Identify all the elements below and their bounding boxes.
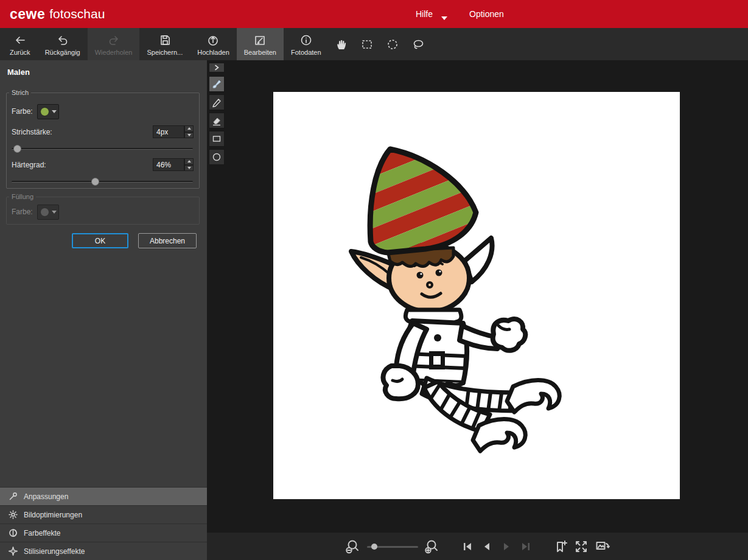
menu-hilfe[interactable]: Hilfe bbox=[416, 9, 433, 19]
back-icon bbox=[13, 33, 27, 47]
stroke-width-slider-thumb[interactable] bbox=[13, 145, 21, 153]
edit-icon bbox=[253, 33, 267, 47]
photodata-button[interactable]: Fotodaten bbox=[284, 28, 329, 60]
stroke-width-up-button[interactable] bbox=[184, 125, 194, 132]
last-image-button bbox=[519, 540, 533, 553]
adjustments-icon bbox=[9, 492, 18, 501]
sidebar-item-bildoptimierungen[interactable]: Bildoptimierungen bbox=[0, 505, 207, 523]
fill-group: Füllung Farbe: bbox=[6, 193, 200, 225]
rect-select-icon bbox=[360, 38, 374, 51]
main-toolbar: Zurück Rückgängig Wiederholen Speichern.… bbox=[0, 28, 748, 60]
brush-tool-button[interactable] bbox=[209, 76, 225, 92]
hardness-spinner[interactable]: 46% bbox=[153, 158, 194, 171]
save-button[interactable]: Speichern... bbox=[139, 28, 190, 60]
save-label: Speichern... bbox=[147, 49, 183, 56]
sidebar-item-label: Anpassungen bbox=[24, 492, 68, 501]
expand-palette-button[interactable] bbox=[209, 63, 225, 72]
fullscreen-button[interactable] bbox=[574, 539, 589, 554]
upload-button[interactable]: Hochladen bbox=[190, 28, 237, 60]
left-sidebar: Malen Strich Farbe: Strichstärke: 4px Hä… bbox=[0, 60, 207, 560]
upload-label: Hochladen bbox=[197, 49, 229, 56]
sidebar-item-stilisierungseffekte[interactable]: Stilisierungseffekte bbox=[0, 542, 207, 560]
eraser-tool-button[interactable] bbox=[209, 113, 225, 128]
ok-button[interactable]: OK bbox=[72, 233, 128, 248]
ellipse-select-tool-button[interactable] bbox=[380, 28, 405, 60]
stroke-width-value[interactable]: 4px bbox=[153, 125, 184, 138]
stroke-color-swatch[interactable] bbox=[37, 104, 59, 119]
header-menu: Hilfe Optionen bbox=[416, 0, 504, 28]
sidebar-item-label: Bildoptimierungen bbox=[24, 511, 82, 519]
undo-icon bbox=[56, 33, 69, 47]
brush-icon bbox=[211, 79, 222, 89]
eraser-icon bbox=[211, 115, 222, 126]
panel-title: Malen bbox=[7, 68, 30, 77]
back-label: Zurück bbox=[10, 49, 30, 56]
undo-button[interactable]: Rückgängig bbox=[38, 28, 88, 60]
hardness-slider-track[interactable] bbox=[12, 181, 193, 183]
sidebar-sections: Anpassungen Bildoptimierungen Farbeffekt… bbox=[0, 487, 207, 560]
hardness-slider-thumb[interactable] bbox=[91, 178, 99, 186]
pencil-tool-button[interactable] bbox=[209, 94, 225, 110]
ellipse-tool-button[interactable] bbox=[209, 149, 225, 165]
edit-label: Bearbeiten bbox=[244, 49, 276, 56]
stroke-color-label: Farbe: bbox=[12, 107, 33, 116]
edit-button[interactable]: Bearbeiten bbox=[237, 28, 284, 60]
sidebar-item-label: Farbeffekte bbox=[24, 529, 60, 537]
lasso-tool-button[interactable] bbox=[405, 28, 431, 60]
menu-optionen[interactable]: Optionen bbox=[469, 9, 504, 19]
up-arrow-icon bbox=[187, 127, 191, 130]
hardness-down-button[interactable] bbox=[184, 165, 194, 172]
down-arrow-icon bbox=[187, 167, 191, 169]
zoom-slider-thumb[interactable] bbox=[371, 544, 377, 550]
hardness-label: Härtegrad: bbox=[12, 161, 46, 169]
image-optimization-icon bbox=[9, 510, 18, 519]
sidebar-item-label: Stilisierungseffekte bbox=[24, 547, 85, 556]
ellipse-select-icon bbox=[386, 38, 399, 51]
photodata-label: Fotodaten bbox=[291, 49, 321, 56]
stroke-width-label: Strichstärke: bbox=[12, 128, 52, 136]
fill-color-label: Farbe: bbox=[12, 208, 33, 216]
stroke-width-slider[interactable] bbox=[12, 145, 193, 153]
elf-drawing bbox=[334, 141, 571, 463]
next-image-button bbox=[500, 540, 513, 553]
title-bar: cewe fotoschau Hilfe Optionen bbox=[0, 0, 748, 28]
swatch-caret-icon bbox=[52, 211, 57, 214]
stroke-color-dot bbox=[40, 107, 49, 116]
stroke-group: Strich Farbe: Strichstärke: 4px Härtegra… bbox=[6, 89, 200, 189]
hand-tool-button[interactable] bbox=[329, 28, 354, 60]
sidebar-item-anpassungen[interactable]: Anpassungen bbox=[0, 487, 207, 505]
add-bookmark-button[interactable] bbox=[553, 539, 568, 554]
save-icon bbox=[158, 33, 172, 47]
sidebar-item-farbeffekte[interactable]: Farbeffekte bbox=[0, 523, 207, 542]
hardness-up-button[interactable] bbox=[184, 158, 194, 165]
app-window: cewe fotoschau Hilfe Optionen Zurück Rüc… bbox=[0, 0, 748, 560]
stroke-width-slider-track[interactable] bbox=[12, 148, 193, 150]
rectangle-tool-button[interactable] bbox=[209, 131, 225, 147]
image-rotate-button[interactable] bbox=[595, 539, 610, 555]
hardness-value[interactable]: 46% bbox=[153, 158, 184, 171]
cancel-button[interactable]: Abbrechen bbox=[138, 233, 197, 248]
hand-icon bbox=[335, 38, 348, 51]
previous-image-button[interactable] bbox=[480, 540, 494, 553]
hardness-slider[interactable] bbox=[12, 178, 193, 186]
rect-select-tool-button[interactable] bbox=[354, 28, 380, 60]
zoom-in-button[interactable] bbox=[424, 539, 440, 555]
cewe-brand: cewe bbox=[10, 6, 45, 23]
first-image-button[interactable] bbox=[461, 540, 474, 553]
stroke-width-spinner[interactable]: 4px bbox=[153, 125, 194, 138]
rectangle-icon bbox=[211, 133, 222, 144]
fill-group-legend: Füllung bbox=[9, 193, 36, 200]
app-logo: cewe fotoschau bbox=[10, 0, 105, 28]
ellipse-icon bbox=[211, 152, 222, 163]
back-button[interactable]: Zurück bbox=[2, 28, 38, 60]
app-name: fotoschau bbox=[49, 7, 105, 21]
zoom-out-button[interactable] bbox=[345, 539, 361, 555]
zoom-slider[interactable] bbox=[367, 542, 418, 551]
lasso-icon bbox=[411, 38, 425, 51]
redo-button: Wiederholen bbox=[88, 28, 140, 60]
redo-label: Wiederholen bbox=[95, 49, 133, 56]
fill-color-swatch bbox=[37, 205, 59, 220]
hilfe-dropdown-caret-icon[interactable] bbox=[441, 16, 447, 20]
stroke-width-down-button[interactable] bbox=[184, 132, 194, 139]
photo-canvas[interactable] bbox=[273, 92, 680, 499]
